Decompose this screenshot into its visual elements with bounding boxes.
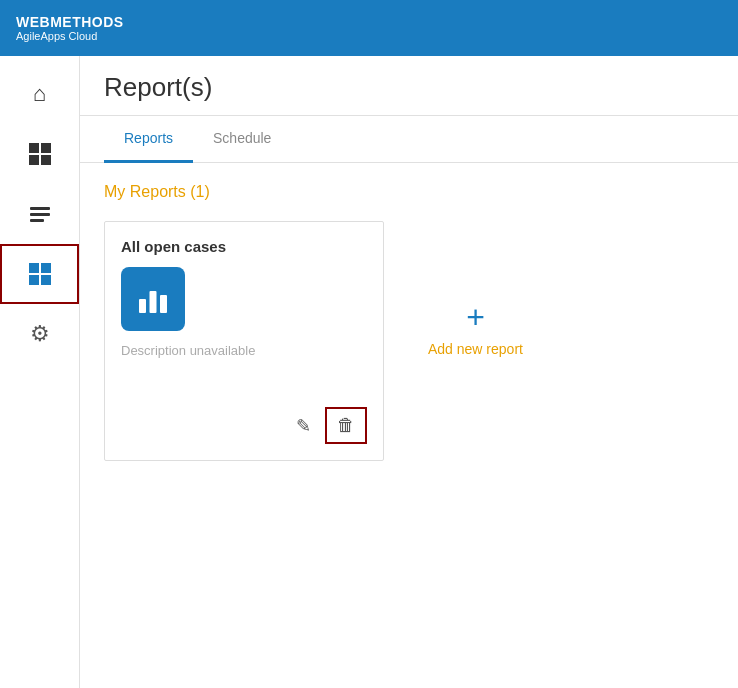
sidebar-item-home[interactable]: ⌂ [0, 64, 79, 124]
report-description: Description unavailable [121, 343, 367, 391]
main-layout: ⌂ ⚙ Report(s) [0, 56, 738, 688]
section-title-text: My Reports [104, 183, 190, 200]
add-report-label: Add new report [428, 341, 523, 357]
bar-chart-svg [135, 281, 171, 317]
tab-reports[interactable]: Reports [104, 116, 193, 163]
top-header: WEBMETHODS AgileApps Cloud [0, 0, 738, 56]
svg-rect-0 [139, 299, 146, 313]
report-card-title: All open cases [121, 238, 367, 255]
add-icon: + [466, 301, 485, 333]
report-chart-icon [121, 267, 185, 331]
dashboard-icon [29, 143, 51, 165]
list-icon [30, 207, 50, 222]
sidebar: ⌂ ⚙ [0, 56, 80, 688]
add-report-card[interactable]: + Add new report [408, 281, 543, 377]
report-card-actions: ✎ 🗑 [121, 407, 367, 444]
home-icon: ⌂ [33, 81, 46, 107]
brand-subtitle: AgileApps Cloud [16, 30, 124, 42]
page-title: Report(s) [104, 72, 714, 103]
delete-report-wrapper: 🗑 [325, 407, 367, 444]
edit-report-button[interactable]: ✎ [292, 411, 315, 441]
sidebar-item-reports[interactable] [0, 244, 79, 304]
reports-content: My Reports (1) All open cases Descriptio… [80, 163, 738, 688]
report-card: All open cases Description unavailable ✎ [104, 221, 384, 461]
gear-icon: ⚙ [30, 321, 50, 347]
brand-logo: WEBMETHODS AgileApps Cloud [16, 14, 124, 43]
sidebar-item-settings[interactable]: ⚙ [0, 304, 79, 364]
reports-grid-icon [29, 263, 51, 285]
brand-title: WEBMETHODS [16, 14, 124, 31]
page-title-bar: Report(s) [80, 56, 738, 116]
svg-rect-2 [160, 295, 167, 313]
content-area: Report(s) Reports Schedule My Reports (1… [80, 56, 738, 688]
tab-schedule[interactable]: Schedule [193, 116, 291, 163]
trash-icon: 🗑 [337, 415, 355, 435]
edit-icon: ✎ [296, 416, 311, 436]
tabs-bar: Reports Schedule [80, 116, 738, 163]
section-count: (1) [190, 183, 210, 200]
sidebar-item-list[interactable] [0, 184, 79, 244]
cards-row: All open cases Description unavailable ✎ [104, 221, 714, 461]
delete-report-button[interactable]: 🗑 [333, 411, 359, 440]
section-title: My Reports (1) [104, 183, 714, 201]
sidebar-item-dashboard[interactable] [0, 124, 79, 184]
svg-rect-1 [150, 291, 157, 313]
